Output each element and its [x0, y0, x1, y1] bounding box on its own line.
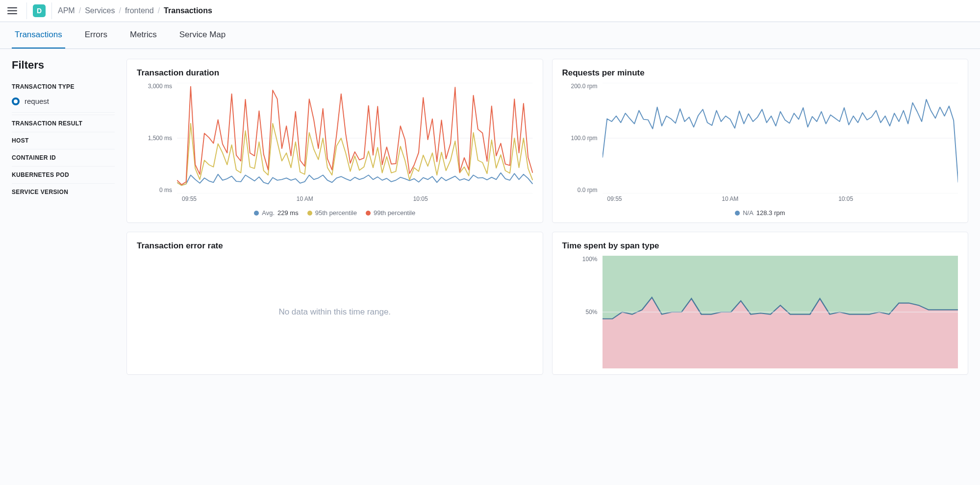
chart-span-type[interactable]: 100% 50% — [562, 256, 958, 368]
tab-service-map[interactable]: Service Map — [176, 22, 228, 48]
tab-transactions[interactable]: Transactions — [12, 22, 65, 48]
legend-dot — [735, 211, 740, 216]
legend-label: Avg. — [262, 209, 275, 217]
panel-span-type: Time spent by span type 100% 50% — [552, 232, 969, 375]
x-axis-labels: 09:55 10 AM 10:05 — [603, 195, 958, 205]
panel-title: Transaction duration — [137, 68, 533, 78]
x-tick: 10 AM — [722, 195, 738, 205]
menu-toggle-button[interactable] — [4, 2, 21, 19]
x-tick: 09:55 — [607, 195, 622, 205]
filter-option-label: request — [25, 97, 49, 105]
page-body: Transactions Errors Metrics Service Map … — [0, 22, 980, 485]
x-tick: 10:05 — [838, 195, 853, 205]
x-tick: 10 AM — [297, 195, 313, 205]
y-tick: 0.0 rpm — [562, 187, 598, 194]
breadcrumb-sep: / — [119, 6, 121, 15]
filter-option-request[interactable]: request — [12, 95, 115, 113]
y-tick: 50% — [562, 309, 598, 315]
chart-rpm[interactable]: 200.0 rpm 100.0 rpm 0.0 rpm 09:55 10 AM … — [562, 83, 958, 205]
legend-label: N/A — [743, 209, 754, 217]
panel-requests-per-minute: Requests per minute 200.0 rpm 100.0 rpm … — [552, 59, 969, 223]
empty-state-message: No data within this time range. — [137, 256, 533, 368]
tab-metrics[interactable]: Metrics — [127, 22, 160, 48]
legend-item-na[interactable]: N/A 128.3 rpm — [735, 209, 785, 217]
y-tick: 0 ms — [137, 187, 172, 194]
radio-icon — [12, 97, 20, 105]
legend-value: 229 ms — [277, 209, 299, 217]
legend-dot — [254, 211, 259, 216]
legend-label: 99th percentile — [374, 209, 415, 217]
y-axis-labels: 3,000 ms 1,500 ms 0 ms — [137, 83, 175, 194]
legend-value: 128.3 rpm — [756, 209, 785, 217]
y-tick: 1,500 ms — [137, 135, 172, 142]
space-badge[interactable]: D — [33, 4, 46, 17]
y-tick: 200.0 rpm — [562, 83, 598, 90]
legend-item-p99[interactable]: 99th percentile — [366, 209, 415, 217]
filter-section-service-version[interactable]: SERVICE VERSION — [12, 183, 115, 200]
content-area: Filters TRANSACTION TYPE request TRANSAC… — [0, 49, 980, 394]
y-tick: 100% — [562, 256, 598, 263]
filter-section-host[interactable]: HOST — [12, 132, 115, 149]
chart-legend: Avg. 229 ms 95th percentile 99th percent… — [137, 209, 533, 217]
panel-transaction-duration: Transaction duration 3,000 ms 1,500 ms 0… — [126, 59, 543, 223]
legend-dot — [366, 211, 371, 216]
panel-title: Transaction error rate — [137, 241, 533, 251]
breadcrumb-current: Transactions — [164, 6, 212, 15]
divider — [26, 2, 27, 19]
filter-section-kubernetes-pod[interactable]: KUBERNETES POD — [12, 166, 115, 183]
breadcrumb-sep: / — [158, 6, 160, 15]
filter-section-transaction-result[interactable]: TRANSACTION RESULT — [12, 115, 115, 132]
tab-errors[interactable]: Errors — [82, 22, 110, 48]
charts-grid: Transaction duration 3,000 ms 1,500 ms 0… — [126, 59, 968, 375]
y-axis-labels: 200.0 rpm 100.0 rpm 0.0 rpm — [562, 83, 601, 194]
tab-bar: Transactions Errors Metrics Service Map — [0, 22, 980, 49]
chart-svg — [177, 83, 533, 194]
chart-transaction-duration[interactable]: 3,000 ms 1,500 ms 0 ms 09:55 10 AM 10:05 — [137, 83, 533, 205]
legend-dot — [307, 211, 312, 216]
x-tick: 09:55 — [182, 195, 197, 205]
filters-title: Filters — [12, 59, 115, 72]
x-axis-labels: 09:55 10 AM 10:05 — [177, 195, 533, 205]
breadcrumb-service-name[interactable]: frontend — [125, 6, 154, 15]
y-tick: 3,000 ms — [137, 83, 172, 90]
legend-item-avg[interactable]: Avg. 229 ms — [254, 209, 298, 217]
breadcrumb-sep: / — [79, 6, 81, 15]
panel-error-rate: Transaction error rate No data within th… — [126, 232, 543, 375]
legend-label: 95th percentile — [315, 209, 357, 217]
y-axis-labels: 100% 50% — [562, 256, 601, 357]
chart-legend: N/A 128.3 rpm — [562, 209, 958, 217]
topbar: D APM / Services / frontend / Transactio… — [0, 0, 980, 22]
y-tick: 100.0 rpm — [562, 135, 598, 142]
breadcrumb-services[interactable]: Services — [85, 6, 115, 15]
panel-title: Requests per minute — [562, 68, 958, 78]
chart-svg — [603, 256, 958, 368]
filters-sidebar: Filters TRANSACTION TYPE request TRANSAC… — [12, 59, 115, 375]
filter-section-transaction-type: TRANSACTION TYPE — [12, 78, 115, 95]
breadcrumb-apm[interactable]: APM — [58, 6, 75, 15]
breadcrumb: APM / Services / frontend / Transactions — [58, 6, 212, 15]
hamburger-icon — [7, 7, 17, 14]
panel-title: Time spent by span type — [562, 241, 958, 251]
chart-svg — [603, 83, 958, 194]
legend-item-p95[interactable]: 95th percentile — [307, 209, 357, 217]
x-tick: 10:05 — [413, 195, 428, 205]
divider — [51, 2, 52, 19]
filter-section-container-id[interactable]: CONTAINER ID — [12, 149, 115, 166]
